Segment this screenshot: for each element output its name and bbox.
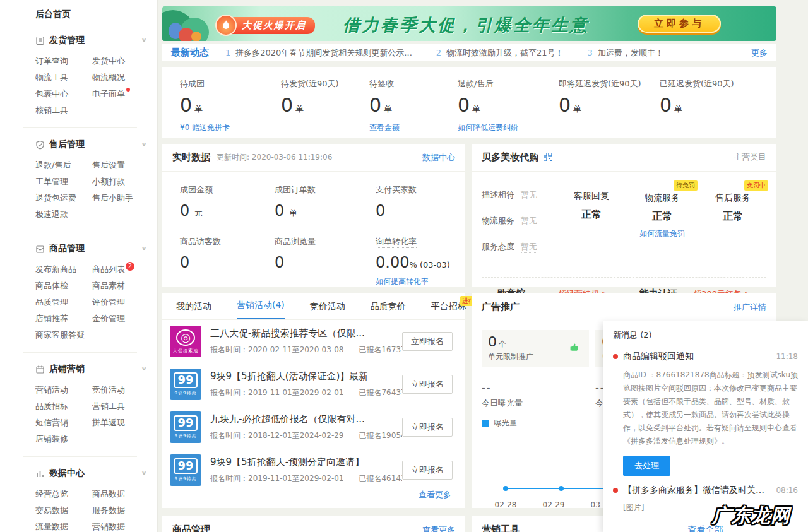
shop-ratings: 描述相符暂无 物流服务暂无 服务态度暂无 [482,180,556,267]
sidebar-item[interactable]: 交易数据 [35,502,73,519]
sidebar-item[interactable]: 品质管理 [35,294,73,310]
sidebar-item[interactable]: 营销工具 [92,398,130,415]
news-item-text: 加运费，发顺丰！ [598,47,663,59]
sidebar-item[interactable]: 商品数据 [92,486,130,502]
sidebar-item[interactable]: 包裹中心 [35,86,73,102]
signup-button[interactable]: 立即报名 [402,332,453,351]
sidebar-item[interactable]: 极速退款 [35,206,73,223]
sidebar-section-shipping-header[interactable]: 发货管理 ∨ [35,33,148,48]
banner-badge: 大促火爆开启 [229,17,315,34]
news-item[interactable]: 3加运费，发顺丰！ [588,47,663,59]
news-ticker: 最新动态 1拼多多2020年春节期间发货相关规则更新公示... 2物流时效激励升… [162,44,776,61]
sidebar-item[interactable]: 竞价活动 [92,382,130,398]
sidebar-item[interactable]: 小额打款 [92,174,130,190]
data-center-link[interactable]: 数据中心 [422,152,455,163]
sidebar-item[interactable]: 经营总览 [35,486,73,502]
sidebar-item[interactable]: 售后小助手 [92,190,138,206]
signup-button[interactable]: 立即报名 [402,375,453,394]
sidebar-item-e-waybill[interactable]: 电子面单 [92,86,130,102]
signup-button[interactable]: 立即报名 [402,461,453,480]
sidebar-item[interactable]: 物流工具 [35,69,73,86]
sidebar-item[interactable]: 店铺推荐 [35,310,73,327]
metric-group-amount: 成团金额 0 元 [180,184,275,220]
sidebar-section-marketing-header[interactable]: 店铺营销 ∨ [35,362,148,377]
sidebar-item[interactable]: 流量数据 [35,519,73,532]
sidebar-section-aftersale-header[interactable]: 售后管理 ∨ [35,137,148,152]
banner-decoration [191,32,201,41]
tab-my-activities[interactable]: 我的活动 [176,301,211,319]
sidebar-item[interactable]: 品质招标 [35,398,73,415]
banner-join-button[interactable]: 立即参与 [638,15,721,33]
realtime-data-panel: 实时数据 更新时间: 2020-03-06 11:19:06 数据中心 成团金额… [162,144,465,287]
sidebar-item[interactable]: 退款/售后 [35,157,76,174]
metric-value: 0 [180,254,275,271]
sidebar-section-goods-header[interactable]: 商品管理 ∨ [35,241,148,256]
stat-link[interactable]: 如何降低运费纠纷 [458,122,559,133]
improve-conversion-link[interactable]: 如何提高转化率 [376,276,465,287]
sidebar-item[interactable]: 短信营销 [35,415,73,431]
sidebar-item[interactable]: 工单管理 [35,174,73,190]
message-title[interactable]: 【拼多多商家服务】微信请及时关注拼多多商... [623,485,771,496]
sidebar-item[interactable]: 发布新商品 [35,261,81,278]
news-item[interactable]: 1拼多多2020年春节期间发货相关规则更新公示... [225,47,412,59]
sidebar: 后台首页 发货管理 ∨ 订单查询 发货中心 物流工具 物流概况 包裹中心 电子面… [0,0,158,532]
tab-platform-tender[interactable]: 平台招标进行中 [431,301,466,319]
tab-bidding-activities[interactable]: 竞价活动 [310,301,345,319]
news-item[interactable]: 2物流时效激励升级，截至21号！ [436,47,564,59]
message-title[interactable]: 商品编辑驳回通知 [623,351,694,362]
signup-button[interactable]: 立即报名 [402,418,453,437]
stat-link[interactable]: ¥0 赠送免拼卡 [180,122,281,133]
service-badge: 免罚中 [744,180,768,191]
view-more-activities-link[interactable]: 查看更多 [419,489,451,500]
stat-value: 0单 [369,96,458,115]
main-category-link[interactable]: 主营类目 [734,151,766,163]
handle-button[interactable]: 去处理 [623,456,670,476]
promo-banner[interactable]: 大促火爆开启 借力春季大促，引爆全年生意 立即参与 [162,6,776,41]
news-more-link[interactable]: 更多 [751,47,768,59]
tab-quality-bidding[interactable]: 品质竞价 [371,301,406,319]
activity-title[interactable]: 三八大促-新品搜索推荐专区（仅限... [210,328,402,340]
sidebar-item[interactable]: 商家客服答疑 [35,327,90,343]
sidebar-item[interactable]: 商品体检 [35,278,73,294]
activity-title[interactable]: 9块9【5折抢翻天(活动保证金)】最新 [210,370,402,382]
sidebar-item-goods-list[interactable]: 商品列表2 [92,261,140,278]
activity-title[interactable]: 九块九-必抢超低价报名（仅限有对... [210,413,402,425]
rating-row: 服务态度暂无 [482,241,556,253]
stat-link[interactable]: 查看金额 [369,122,458,133]
sidebar-item[interactable]: 服务数据 [92,502,130,519]
news-item-number: 2 [436,48,441,57]
sidebar-item[interactable]: 金价管理 [92,310,130,327]
service-logistics: 待免罚 物流服务 正常 如何流量免罚 [627,180,698,267]
metric-value: 0.00% (03-03) [376,254,465,271]
sidebar-item[interactable]: 店铺装修 [35,431,73,447]
sidebar-item[interactable]: 评价管理 [92,294,130,310]
sidebar-item[interactable]: 核销工具 [35,102,73,119]
stat-pending-group: 待成团 0单 ¥0 赠送免拼卡 [180,78,281,138]
stat-refund: 退款/售后 0单 如何降低运费纠纷 [458,78,559,138]
activity-title[interactable]: 9块9【5折抢翻天-预测分定向邀请】 [210,456,402,468]
service-status: 正常 [556,208,627,222]
tab-marketing-activities[interactable]: 营销活动(4) [237,300,285,319]
sidebar-item[interactable]: 物流概况 [92,69,130,86]
sidebar-item[interactable]: 营销活动 [35,382,73,398]
sidebar-item[interactable]: 发货中心 [92,53,130,69]
sidebar-item[interactable]: 售后设置 [92,157,130,174]
stat-label: 即将延迟发货(近90天) [559,78,660,90]
message-item[interactable]: 商品编辑驳回通知 11:18 商品ID ：87661821878商品标题：预发测… [613,351,798,485]
sidebar-item[interactable]: 拼单返现 [92,415,130,431]
sidebar-section-data-header[interactable]: 数据中心 ∨ [35,466,148,481]
view-more-link[interactable]: 查看更多 [422,524,455,532]
count-badge: 2 [126,262,134,271]
sidebar-item[interactable]: 营销数据 [92,519,130,532]
sidebar-home-link[interactable]: 后台首页 [35,9,148,20]
sidebar-section-shipping: 发货管理 ∨ 订单查询 发货中心 物流工具 物流概况 包裹中心 电子面单 核销工… [35,33,148,128]
sidebar-item[interactable]: 订单查询 [35,53,73,69]
sidebar-item[interactable]: 退货包运费 [35,190,81,206]
sidebar-item[interactable]: 商品素材 [92,278,130,294]
activity-time: 报名时间：2019-11-01至2029-02-01 [210,387,343,398]
promotion-details-link[interactable]: 推广详情 [734,302,766,313]
traffic-exemption-link[interactable]: 如何流量免罚 [627,228,698,239]
activity-enrolled: 已报名167375 [359,345,402,355]
metric-value: 0 元 [180,202,275,220]
qr-code-icon[interactable] [544,153,552,163]
